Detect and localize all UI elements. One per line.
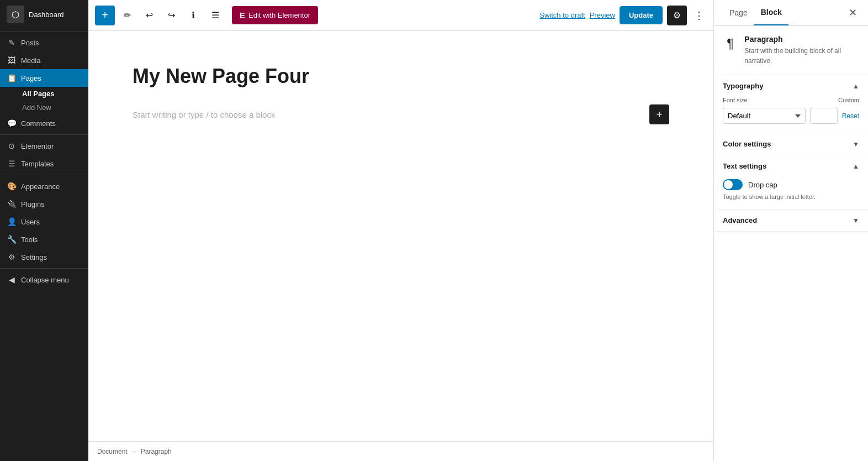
wp-logo-icon: ⬡ [7,6,24,23]
sidebar-item-templates[interactable]: ☰ Templates [0,155,88,172]
editor-placeholder-row: Start writing or type / to choose a bloc… [133,104,669,124]
sidebar-comments-label: Comments [21,119,56,128]
elementor-icon: ⊙ [7,142,17,150]
appearance-icon: 🎨 [7,182,17,191]
templates-icon: ☰ [7,159,17,168]
block-desc: Start with the building block of all nar… [744,46,859,66]
sidebar-item-posts[interactable]: ✎ Posts [0,34,88,51]
font-size-controls: Default Small Normal Large X-Large Huge … [723,108,859,124]
comments-icon: 💬 [7,119,17,128]
typography-section-body: Font size Custom Default Small Normal La… [714,97,868,133]
sidebar-pages-label: Pages [21,74,41,82]
sidebar-item-tools[interactable]: 🔧 Tools [0,230,88,248]
advanced-chevron-icon: ▼ [853,217,859,224]
font-size-select[interactable]: Default Small Normal Large X-Large Huge [723,108,806,124]
undo-button[interactable]: ↩ [139,6,159,25]
plugins-icon: 🔌 [7,200,17,208]
sidebar-item-users[interactable]: 👤 Users [0,213,88,230]
block-name: Paragraph [744,35,859,44]
collapse-label: Collapse menu [21,276,69,284]
main-content: + ✏ ↩ ↪ ℹ ☰ E Edit with Elementor Switch… [88,0,713,461]
elementor-e-icon: E [240,11,245,20]
update-button[interactable]: Update [620,6,663,24]
add-icon: + [102,9,108,22]
block-desc-text: Paragraph Start with the building block … [744,35,859,66]
drop-cap-toggle[interactable] [723,179,743,190]
sidebar-item-media[interactable]: 🖼 Media [0,51,88,69]
submenu-add-new[interactable]: Add New [15,101,88,114]
more-options-button[interactable]: ⋮ [691,6,707,25]
drop-cap-label: Drop cap [748,181,777,189]
toggle-slider [723,179,743,190]
list-icon: ☰ [211,10,219,20]
submenu-all-pages[interactable]: All Pages [15,87,88,101]
more-dots-icon: ⋮ [694,9,704,22]
preview-button[interactable]: Preview [590,11,615,19]
settings-button[interactable]: ⚙ [667,6,687,25]
sidebar-tools-label: Tools [21,235,38,244]
font-size-label: Font size [723,97,748,103]
sidebar-appearance-label: Appearance [21,182,60,191]
elementor-btn-label: Edit with Elementor [248,11,310,19]
list-view-button[interactable]: ☰ [205,6,225,25]
edit-pen-button[interactable]: ✏ [117,6,137,25]
breadcrumb-document[interactable]: Document [97,448,128,455]
panel-close-button[interactable]: ✕ [846,4,859,21]
advanced-section: Advanced ▼ [714,209,868,232]
tab-block[interactable]: Block [754,0,788,25]
typography-label: Typography [723,82,763,90]
users-icon: 👤 [7,217,17,226]
typography-section-header[interactable]: Typography ▲ [714,75,868,97]
sidebar-settings-label: Settings [21,253,47,261]
dashboard-label: Dashboard [29,11,64,19]
font-size-reset-button[interactable]: Reset [842,112,859,120]
sidebar-media-label: Media [21,56,40,65]
toolbar-right-actions: Switch to draft Preview Update ⚙ ⋮ [539,6,707,25]
sidebar-templates-label: Templates [21,160,54,168]
info-button[interactable]: ℹ [183,6,203,25]
color-settings-label: Color settings [723,140,771,148]
sidebar-plugins-label: Plugins [21,200,45,208]
text-settings-chevron-icon: ▲ [853,163,859,170]
redo-button[interactable]: ↪ [161,6,181,25]
sidebar-item-appearance[interactable]: 🎨 Appearance [0,177,88,195]
sidebar-users-label: Users [21,218,40,226]
tab-page[interactable]: Page [723,1,754,25]
editor-placeholder[interactable]: Start writing or type / to choose a bloc… [133,110,641,119]
block-description: ¶ Paragraph Start with the building bloc… [714,26,868,75]
text-settings-header[interactable]: Text settings ▲ [714,155,868,177]
text-settings-body: Drop cap Toggle to show a large initial … [714,179,868,209]
sidebar-collapse-menu[interactable]: ◀ Collapse menu [0,271,88,289]
color-settings-section: Color settings ▼ [714,133,868,155]
sidebar-item-elementor[interactable]: ⊙ Elementor [0,137,88,155]
posts-icon: ✎ [7,38,17,47]
undo-icon: ↩ [146,10,153,20]
font-size-custom-input[interactable] [810,108,838,124]
edit-with-elementor-button[interactable]: E Edit with Elementor [232,6,318,24]
sidebar-item-pages[interactable]: 📋 Pages [0,69,88,87]
editor-area[interactable]: My New Page Four Start writing or type /… [88,31,713,441]
panel-tabs: Page Block ✕ [714,0,868,26]
collapse-icon: ◀ [7,275,17,284]
settings-gear-icon: ⚙ [673,10,681,20]
sidebar-posts-label: Posts [21,39,39,47]
dashboard-logo[interactable]: ⬡ Dashboard [0,0,88,29]
add-block-inline-icon: + [656,108,663,121]
sidebar: ⬡ Dashboard ✎ Posts 🖼 Media 📋 Pages All … [0,0,88,461]
text-settings-section: Text settings ▲ Drop cap Toggle to show … [714,155,868,209]
add-block-toolbar-button[interactable]: + [95,6,115,25]
sidebar-item-settings[interactable]: ⚙ Settings [0,248,88,266]
advanced-section-header[interactable]: Advanced ▼ [714,209,868,231]
pages-icon: 📋 [7,74,17,82]
sidebar-item-plugins[interactable]: 🔌 Plugins [0,195,88,213]
settings-icon: ⚙ [7,253,17,261]
add-block-inline-button[interactable]: + [649,104,669,124]
typography-chevron-icon: ▲ [853,82,859,90]
sidebar-item-comments[interactable]: 💬 Comments [0,114,88,132]
breadcrumb-paragraph[interactable]: Paragraph [141,448,172,455]
color-settings-header[interactable]: Color settings ▼ [714,133,868,155]
page-title: My New Page Four [133,64,669,88]
paragraph-block-icon: ¶ [723,36,738,66]
drop-cap-row: Drop cap [723,179,859,190]
switch-to-draft-button[interactable]: Switch to draft [539,11,585,19]
